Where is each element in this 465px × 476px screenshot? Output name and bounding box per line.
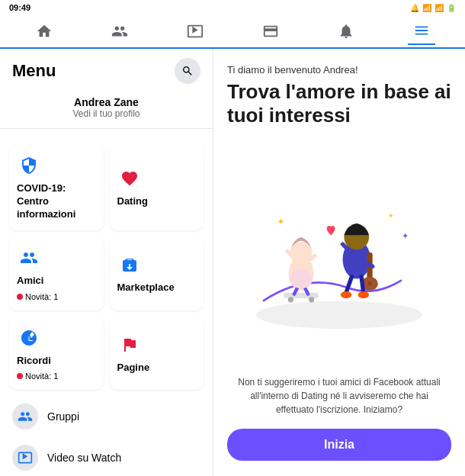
svg-point-13: [256, 301, 422, 328]
ricordi-badge: Novità: 1: [17, 371, 96, 381]
svg-text:✦: ✦: [388, 211, 394, 219]
status-icons: 🔔 📶 📶 🔋: [410, 4, 456, 12]
profile-link[interactable]: Vedi il tuo profilo: [72, 108, 140, 119]
svg-point-33: [341, 291, 352, 298]
covid-label: COVID-19: Centro informazioni: [17, 182, 96, 221]
svg-rect-14: [284, 292, 318, 298]
search-button[interactable]: [175, 58, 200, 84]
pagine-icon: [117, 333, 142, 357]
menu-header: Menu: [0, 49, 213, 90]
grid-item-friends[interactable]: Amici Novità: 1: [9, 236, 104, 310]
svg-point-15: [288, 297, 293, 302]
svg-point-16: [309, 297, 314, 302]
dating-label: Dating: [117, 195, 197, 208]
friends-badge: Novità: 1: [17, 292, 96, 301]
grid-item-covid[interactable]: COVID-19: Centro informazioni: [9, 144, 104, 230]
svg-point-23: [290, 269, 312, 288]
left-panel: Menu Andrea Zane Vedi il tuo profilo: [0, 49, 213, 476]
svg-text:✦: ✦: [402, 231, 409, 240]
watch-menu-icon: [12, 445, 38, 471]
pagine-label: Pagine: [117, 362, 197, 375]
svg-point-34: [358, 291, 370, 298]
gruppi-menu-label: Gruppi: [47, 410, 79, 423]
svg-line-31: [346, 277, 351, 293]
marketplace-label: Marketplace: [117, 281, 197, 294]
nav-home[interactable]: [30, 18, 58, 45]
nav-watch[interactable]: [181, 18, 209, 45]
ricordi-icon: [17, 326, 41, 350]
inizia-button[interactable]: Inizia: [227, 429, 451, 461]
menu-item-gruppi[interactable]: Gruppi: [0, 396, 213, 437]
ricordi-label: Ricordi: [17, 355, 96, 368]
grid-item-dating[interactable]: Dating: [110, 144, 204, 230]
svg-point-28: [367, 281, 371, 285]
dating-disclaimer: Non ti suggeriremo i tuoi amici di Faceb…: [227, 375, 451, 416]
nav-friends[interactable]: [106, 18, 133, 45]
nav-bell[interactable]: [332, 18, 360, 45]
dating-icon: [117, 166, 142, 191]
grid-item-marketplace[interactable]: Marketplace: [110, 236, 204, 310]
nav-marketplace[interactable]: [257, 18, 284, 45]
menu-item-watch[interactable]: Video su Watch: [0, 437, 213, 476]
profile-name: Andrea Zane: [74, 96, 139, 108]
status-time: 09:49: [9, 3, 30, 12]
dating-welcome: Ti diamo il benvenuto Andrea!: [227, 64, 451, 76]
status-bar: 09:49 🔔 📶 📶 🔋: [0, 0, 465, 15]
nav-bar: [0, 15, 465, 49]
grid-item-ricordi[interactable]: Ricordi Novità: 1: [9, 317, 104, 391]
watch-menu-label: Video su Watch: [47, 452, 121, 464]
items-grid: COVID-19: Centro informazioni Dating Ami…: [0, 144, 213, 390]
main-layout: Menu Andrea Zane Vedi il tuo profilo: [0, 49, 465, 476]
profile-section[interactable]: Andrea Zane Vedi il tuo profilo: [0, 90, 213, 129]
grid-item-pagine[interactable]: Pagine: [110, 317, 204, 391]
menu-items-list: Gruppi Video su Watch Elementi salvati E…: [0, 396, 213, 476]
dating-illustration: ✦ ✦ ✦: [227, 137, 451, 368]
friends-label: Amici: [17, 275, 96, 288]
dating-headline: Trova l'amore in base ai tuoi interessi: [227, 80, 451, 127]
covid-icon: [17, 153, 41, 178]
menu-title: Menu: [12, 61, 56, 81]
svg-line-32: [361, 277, 364, 293]
svg-text:✦: ✦: [277, 215, 285, 227]
nav-menu[interactable]: [408, 18, 435, 45]
friends-icon: [17, 246, 41, 270]
gruppi-menu-icon: [12, 404, 38, 429]
right-panel: Ti diamo il benvenuto Andrea! Trova l'am…: [213, 49, 465, 476]
marketplace-icon: [117, 252, 142, 277]
